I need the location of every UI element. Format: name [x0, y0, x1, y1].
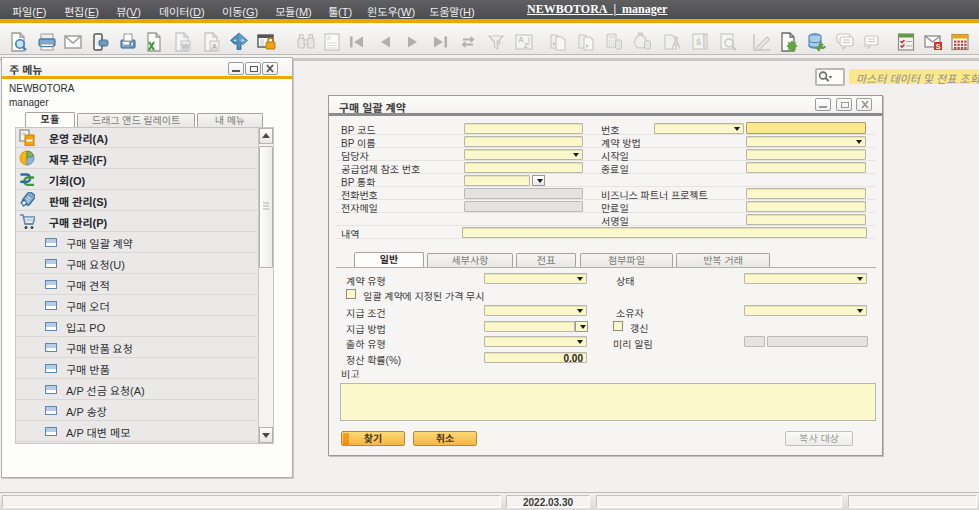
svg-text:S: S	[936, 43, 941, 50]
svg-text:Z: Z	[524, 41, 529, 50]
svg-text:$: $	[696, 37, 701, 47]
svg-text:A: A	[212, 42, 218, 51]
svg-text:W: W	[182, 42, 190, 51]
